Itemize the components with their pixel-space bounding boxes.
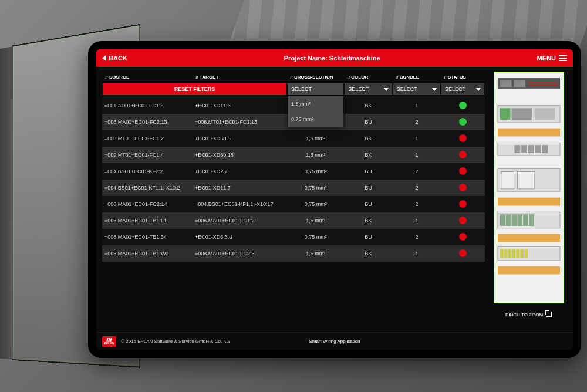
cell-section: 0,75 mm² bbox=[287, 163, 344, 180]
cell-source: =008.MA01+EC01-FC2:14 bbox=[102, 196, 193, 212]
status-dot-red bbox=[459, 217, 467, 224]
col-target[interactable]: ↓↑TARGET bbox=[193, 70, 287, 83]
cell-source: =004.BS01+EC01-KF2:2 bbox=[102, 163, 193, 180]
dropdown-option[interactable]: 0,75 mm² bbox=[288, 111, 343, 127]
menu-button[interactable]: MENU bbox=[537, 55, 567, 62]
col-bundle[interactable]: ↓↑BUNDLE bbox=[393, 70, 441, 83]
cell-color: BU bbox=[344, 180, 392, 196]
col-section[interactable]: ↓↑CROSS-SECTION bbox=[287, 70, 344, 83]
select-label: SELECT bbox=[397, 86, 417, 92]
select-label: SELECT bbox=[445, 86, 465, 92]
status-dot-red bbox=[459, 151, 467, 158]
sort-icon: ↓↑ bbox=[443, 74, 446, 80]
cell-source: =001.AD01+EC01-FC1:6 bbox=[102, 97, 193, 114]
cell-section: 1,5 mm² bbox=[287, 130, 344, 147]
svg-rect-33 bbox=[512, 249, 515, 258]
svg-rect-13 bbox=[521, 145, 527, 153]
cell-target: +EC01-XD6.3:d bbox=[193, 229, 287, 245]
status-dot-green bbox=[459, 118, 467, 126]
back-button[interactable]: BACK bbox=[102, 55, 127, 62]
table-row[interactable]: =006.MT01+EC01-FC1:2+EC01-XD50:51,5 mm²B… bbox=[102, 130, 485, 147]
svg-rect-2 bbox=[500, 80, 512, 87]
cabinet-layout-svg[interactable] bbox=[494, 72, 564, 303]
svg-rect-20 bbox=[498, 198, 560, 206]
svg-rect-8 bbox=[512, 108, 532, 120]
cell-status bbox=[441, 147, 485, 163]
svg-rect-7 bbox=[500, 108, 511, 120]
bundle-filter[interactable]: SELECT bbox=[393, 83, 440, 95]
svg-rect-18 bbox=[501, 171, 514, 189]
svg-rect-35 bbox=[520, 249, 524, 258]
svg-rect-19 bbox=[517, 171, 535, 189]
copyright-text: © 2015 EPLAN Software & Service GmbH & C… bbox=[121, 339, 230, 344]
cell-color: BU bbox=[344, 163, 392, 180]
svg-rect-4 bbox=[529, 82, 558, 83]
sort-icon: ↓↑ bbox=[104, 74, 107, 80]
svg-rect-28 bbox=[498, 234, 560, 242]
chevron-down-icon bbox=[476, 88, 481, 91]
sort-icon: ↓↑ bbox=[195, 74, 198, 80]
cell-color: BK bbox=[344, 245, 392, 262]
table-row[interactable]: =008.MA01+EC01-FC2:14=004.BS01+EC01-KF1.… bbox=[102, 196, 485, 212]
cell-bundle: 2 bbox=[393, 196, 441, 212]
reset-filters-button[interactable]: RESET FILTERS bbox=[103, 83, 286, 95]
table-row[interactable]: =008.MA01+EC01-TB1:W2=008.MA01+EC01-FC2:… bbox=[102, 245, 485, 262]
cell-color: BU bbox=[344, 114, 392, 130]
chevron-down-icon bbox=[384, 88, 389, 91]
svg-rect-24 bbox=[512, 214, 517, 226]
cell-target: +EC01-XD50:18 bbox=[193, 147, 287, 163]
cell-status bbox=[441, 163, 485, 180]
select-label: SELECT bbox=[291, 86, 312, 92]
cell-color: BK bbox=[344, 97, 392, 114]
col-source[interactable]: ↓↑SOURCE bbox=[102, 70, 193, 83]
cell-source: =006.MA01+EC01-TB1:L1 bbox=[102, 212, 193, 229]
color-filter[interactable]: SELECT bbox=[345, 83, 392, 95]
table-row[interactable]: =004.BS01+EC01-KF1.1:-X10:2+EC01-XD11:70… bbox=[102, 180, 485, 196]
svg-rect-23 bbox=[506, 214, 511, 226]
cell-section: 0,75 mm² bbox=[287, 196, 344, 212]
status-dot-red bbox=[459, 167, 467, 175]
cell-source: =009.MT01+EC01-FC1:4 bbox=[102, 147, 193, 163]
sort-icon: ↓↑ bbox=[289, 74, 292, 80]
chevron-left-icon bbox=[102, 55, 106, 61]
cell-bundle: 2 bbox=[393, 114, 441, 130]
cell-bundle: 2 bbox=[393, 163, 441, 180]
cell-bundle: 1 bbox=[393, 245, 441, 262]
cross-section-filter[interactable]: SELECT bbox=[288, 83, 343, 95]
cell-section: 1,5 mm² bbox=[287, 245, 344, 262]
sort-icon: ↓↑ bbox=[395, 74, 398, 80]
cell-status bbox=[441, 245, 485, 262]
svg-rect-10 bbox=[498, 129, 560, 137]
svg-rect-5 bbox=[529, 84, 558, 86]
table-row[interactable]: =006.MA01+EC01-TB1:L1=006.MA01+EC01-FC1:… bbox=[102, 212, 485, 229]
svg-rect-15 bbox=[535, 145, 541, 153]
select-label: SELECT bbox=[348, 86, 369, 92]
svg-rect-14 bbox=[528, 145, 534, 153]
table-row[interactable]: =004.BS01+EC01-KF2:2+EC01-XD2:20,75 mm²B… bbox=[102, 163, 485, 180]
cell-target: +EC01-XD50:5 bbox=[193, 130, 287, 147]
dropdown-option[interactable]: 1,5 mm² bbox=[288, 96, 343, 111]
cell-status bbox=[441, 114, 485, 130]
tablet-frame: BACK Project Name: Schleifmaschine MENU bbox=[88, 41, 581, 358]
cell-target: =006.MA01+EC01-FC1:2 bbox=[193, 212, 287, 229]
menu-label: MENU bbox=[537, 55, 556, 62]
status-dot-red bbox=[459, 249, 467, 257]
cell-source: =006.MA01+EC01-FC2:13 bbox=[102, 114, 193, 130]
pinch-label: PINCH TO ZOOM bbox=[505, 312, 543, 317]
cell-bundle: 2 bbox=[393, 229, 441, 245]
cross-section-dropdown: 1,5 mm² 0,75 mm² bbox=[288, 96, 343, 127]
col-color[interactable]: ↓↑COLOR bbox=[344, 70, 392, 83]
status-filter[interactable]: SELECT bbox=[441, 83, 484, 95]
cell-bundle: 1 bbox=[393, 212, 441, 229]
hamburger-icon bbox=[559, 55, 567, 61]
cell-source: =004.BS01+EC01-KF1.1:-X10:2 bbox=[102, 180, 193, 196]
cell-section: 0,75 mm² bbox=[287, 180, 344, 196]
eplan-logo: EPLAN bbox=[102, 336, 116, 347]
cell-color: BU bbox=[344, 229, 392, 245]
cell-status bbox=[441, 212, 485, 229]
status-dot-red bbox=[459, 233, 467, 241]
col-status[interactable]: ↓↑STATUS bbox=[441, 70, 485, 83]
svg-rect-32 bbox=[508, 249, 512, 258]
table-row[interactable]: =008.MA01+EC01-TB1:34+EC01-XD6.3:d0,75 m… bbox=[102, 229, 485, 245]
table-row[interactable]: =009.MT01+EC01-FC1:4+EC01-XD50:181,5 mm²… bbox=[102, 147, 485, 163]
